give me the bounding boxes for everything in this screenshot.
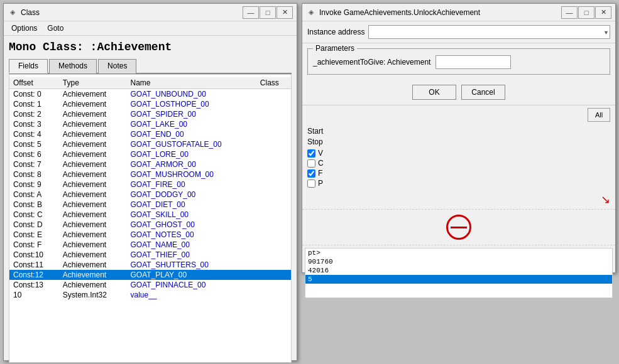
- table-row[interactable]: Const: FAchievementGOAT_NAME_00: [9, 240, 291, 250]
- cell-name[interactable]: GOAT_NOTES_00: [126, 230, 256, 240]
- cell-type: Achievement: [59, 119, 127, 129]
- table-row[interactable]: Const: 9AchievementGOAT_FIRE_00: [9, 179, 291, 190]
- table-row[interactable]: Const: DAchievementGOAT_GHOST_00: [9, 220, 291, 230]
- table-row[interactable]: Const:13AchievementGOAT_PINNACLE_00: [9, 280, 291, 290]
- param-input[interactable]: [435, 55, 511, 69]
- checkbox-c[interactable]: [307, 159, 315, 168]
- cell-class: [256, 210, 291, 220]
- cell-type: Achievement: [59, 89, 127, 100]
- table-row[interactable]: Const: 6AchievementGOAT_LORE_00: [9, 149, 291, 159]
- table-row[interactable]: Const: 1AchievementGOAT_LOSTHOPE_00: [9, 99, 291, 109]
- cell-type: Achievement: [59, 270, 127, 280]
- cell-name[interactable]: GOAT_SKILL_00: [126, 210, 256, 220]
- cell-offset: Const: C: [9, 210, 59, 220]
- table-row[interactable]: Const: 0AchievementGOAT_UNBOUND_00: [9, 89, 291, 100]
- table-row[interactable]: Const: 4AchievementGOAT_END_00: [9, 129, 291, 139]
- class-close-button[interactable]: ✕: [277, 6, 293, 19]
- cell-class: [256, 99, 291, 109]
- table-row[interactable]: Const:11AchievementGOAT_SHUTTERS_00: [9, 260, 291, 270]
- cell-name[interactable]: GOAT_ARMOR_00: [126, 159, 256, 169]
- col-name: Name: [126, 77, 256, 89]
- cell-type: Achievement: [59, 129, 127, 139]
- invoke-window-controls: — □ ✕: [561, 6, 611, 19]
- table-row[interactable]: Const:12AchievementGOAT_PLAY_00: [9, 270, 291, 280]
- cell-class: [256, 109, 291, 119]
- table-row[interactable]: 10System.Int32value__: [9, 290, 291, 300]
- table-row[interactable]: Const:10AchievementGOAT_THIEF_00: [9, 250, 291, 260]
- menu-goto[interactable]: Goto: [42, 23, 68, 34]
- menu-options[interactable]: Options: [6, 23, 42, 34]
- cell-offset: Const: 9: [9, 179, 59, 190]
- checkbox-p[interactable]: [307, 179, 315, 188]
- checkbox-p-label: P: [318, 179, 323, 188]
- table-row[interactable]: Const: EAchievementGOAT_NOTES_00: [9, 230, 291, 240]
- cell-class: [256, 260, 291, 270]
- cell-name[interactable]: GOAT_UNBOUND_00: [126, 89, 256, 100]
- class-menu-bar: Options Goto: [4, 21, 297, 36]
- invoke-maximize-button[interactable]: □: [578, 6, 594, 19]
- checkbox-w[interactable]: [307, 149, 315, 158]
- log-line-901760: 901760: [305, 257, 612, 266]
- cell-offset: Const: 3: [9, 119, 59, 129]
- table-row[interactable]: Const: 7AchievementGOAT_ARMOR_00: [9, 159, 291, 169]
- cell-name[interactable]: GOAT_LAKE_00: [126, 119, 256, 129]
- cell-name[interactable]: GOAT_GUSTOFATALE_00: [126, 139, 256, 149]
- checkbox-f-label: F: [318, 169, 322, 178]
- cell-class: [256, 230, 291, 240]
- tab-notes[interactable]: Notes: [98, 59, 136, 73]
- all-button[interactable]: All: [588, 108, 610, 122]
- cell-name[interactable]: GOAT_LORE_00: [126, 149, 256, 159]
- cell-name[interactable]: GOAT_END_00: [126, 129, 256, 139]
- class-window-controls: — □ ✕: [243, 6, 293, 19]
- table-row[interactable]: Const: 8AchievementGOAT_MUSHROOM_00: [9, 169, 291, 179]
- cell-name[interactable]: GOAT_GHOST_00: [126, 220, 256, 230]
- instance-address-wrapper: ▾: [368, 25, 610, 39]
- cell-offset: Const:11: [9, 260, 59, 270]
- cell-offset: Const: F: [9, 240, 59, 250]
- table-row[interactable]: Const: AAchievementGOAT_DODGY_00: [9, 190, 291, 200]
- cell-class: [256, 220, 291, 230]
- cancel-button[interactable]: Cancel: [461, 85, 505, 100]
- cell-name[interactable]: value__: [126, 290, 256, 300]
- table-row[interactable]: Const: CAchievementGOAT_SKILL_00: [9, 210, 291, 220]
- cell-class: [256, 190, 291, 200]
- cell-offset: Const: 7: [9, 159, 59, 169]
- table-row[interactable]: Const: 2AchievementGOAT_SPIDER_00: [9, 109, 291, 119]
- table-row[interactable]: Const: 3AchievementGOAT_LAKE_00: [9, 119, 291, 129]
- checkbox-c-label: C: [318, 159, 324, 168]
- ok-button[interactable]: OK: [412, 85, 456, 100]
- cell-name[interactable]: GOAT_PLAY_00: [126, 270, 256, 280]
- checkbox-f[interactable]: [307, 169, 315, 178]
- cell-name[interactable]: GOAT_MUSHROOM_00: [126, 169, 256, 179]
- table-row[interactable]: Const: BAchievementGOAT_DIET_00: [9, 200, 291, 210]
- tab-fields[interactable]: Fields: [9, 59, 48, 73]
- cell-name[interactable]: GOAT_FIRE_00: [126, 179, 256, 190]
- cell-name[interactable]: GOAT_DODGY_00: [126, 190, 256, 200]
- instance-address-input[interactable]: [368, 25, 610, 39]
- cell-name[interactable]: GOAT_PINNACLE_00: [126, 280, 256, 290]
- cell-name[interactable]: GOAT_NAME_00: [126, 240, 256, 250]
- cell-class: [256, 280, 291, 290]
- cell-name[interactable]: GOAT_SHUTTERS_00: [126, 260, 256, 270]
- cell-class: [256, 129, 291, 139]
- cell-class: [256, 149, 291, 159]
- cell-type: Achievement: [59, 99, 127, 109]
- fields-table-container: Offset Type Name Class Const: 0Achieveme…: [9, 74, 292, 363]
- class-minimize-button[interactable]: —: [243, 6, 259, 19]
- cell-name[interactable]: GOAT_DIET_00: [126, 200, 256, 210]
- col-class: Class: [256, 77, 291, 89]
- log-line-5[interactable]: 5: [305, 275, 612, 284]
- class-maximize-button[interactable]: □: [260, 6, 276, 19]
- cell-name[interactable]: GOAT_THIEF_00: [126, 250, 256, 260]
- cell-name[interactable]: GOAT_SPIDER_00: [126, 109, 256, 119]
- table-row[interactable]: Const: 5AchievementGOAT_GUSTOFATALE_00: [9, 139, 291, 149]
- tab-methods[interactable]: Methods: [49, 59, 97, 73]
- cell-name[interactable]: GOAT_LOSTHOPE_00: [126, 99, 256, 109]
- invoke-close-button[interactable]: ✕: [595, 6, 611, 19]
- invoke-window: ◈ Invoke GameAchievements.UnlockAchievem…: [302, 3, 616, 273]
- invoke-minimize-button[interactable]: —: [561, 6, 578, 19]
- class-window-icon: ◈: [8, 8, 18, 18]
- start-stop-section: Start Stop V C F P: [302, 124, 615, 190]
- fields-table: Offset Type Name Class Const: 0Achieveme…: [9, 77, 291, 300]
- cell-offset: Const:13: [9, 280, 59, 290]
